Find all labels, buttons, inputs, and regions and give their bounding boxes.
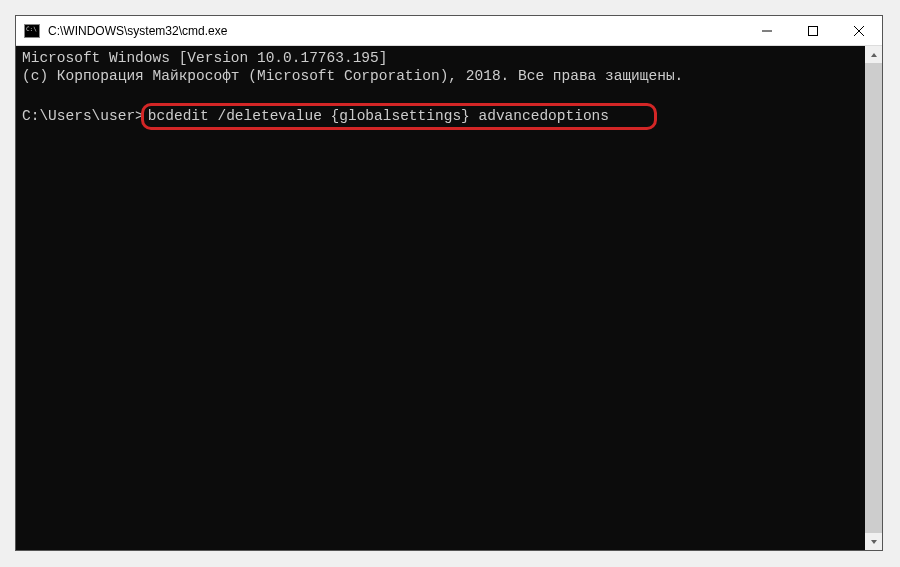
scrollbar-thumb[interactable]	[865, 63, 882, 533]
terminal-content[interactable]: Microsoft Windows [Version 10.0.17763.19…	[16, 46, 865, 550]
terminal-prompt-line: C:\Users\user>bcdedit /deletevalue {glob…	[22, 103, 859, 129]
svg-rect-1	[809, 26, 818, 35]
maximize-button[interactable]	[790, 16, 836, 45]
vertical-scrollbar[interactable]	[865, 46, 882, 550]
close-button[interactable]	[836, 16, 882, 45]
prompt-text: C:\Users\user>	[22, 107, 144, 125]
titlebar[interactable]: C:\WINDOWS\system32\cmd.exe	[16, 16, 882, 46]
scroll-down-button[interactable]	[865, 533, 882, 550]
cmd-window: C:\WINDOWS\system32\cmd.exe Microsoft Wi…	[15, 15, 883, 551]
terminal-copyright-line: (c) Корпорация Майкрософт (Microsoft Cor…	[22, 67, 859, 85]
terminal-area[interactable]: Microsoft Windows [Version 10.0.17763.19…	[16, 46, 882, 550]
command-text: bcdedit /deletevalue {globalsettings} ad…	[148, 108, 609, 124]
highlighted-command: bcdedit /deletevalue {globalsettings} ad…	[141, 103, 657, 129]
window-title: C:\WINDOWS\system32\cmd.exe	[48, 24, 744, 38]
svg-marker-4	[871, 53, 877, 57]
minimize-button[interactable]	[744, 16, 790, 45]
svg-marker-5	[871, 540, 877, 544]
terminal-version-line: Microsoft Windows [Version 10.0.17763.19…	[22, 49, 859, 67]
scroll-up-button[interactable]	[865, 46, 882, 63]
cmd-icon	[24, 24, 40, 38]
terminal-blank-line	[22, 85, 859, 103]
window-controls	[744, 16, 882, 45]
